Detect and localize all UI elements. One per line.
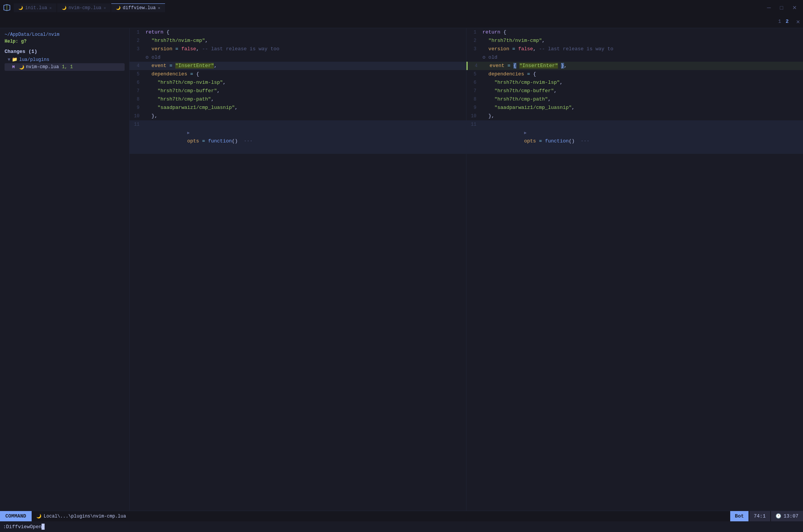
tab-diffview[interactable]: 🌙 diffview.lua ✕ [111,3,165,12]
status-time-value: 13:07 [784,513,798,519]
table-row: 8 "hrsh7th/cmp-path", [130,95,466,104]
lua-file-icon-3: 🌙 [116,6,120,10]
table-row: 10 }, [130,112,466,120]
tab-init-lua[interactable]: 🌙 init.lua ✕ [14,3,56,12]
command-line[interactable]: :DiffviewOpen [0,521,803,532]
tab-bar: 🌙 init.lua ✕ 🌙 nvim-cmp.lua ✕ 🌙 diffview… [14,3,165,12]
line-content: "hrsh7th/cmp-buffer", [481,87,803,95]
line-content: event = { "InsertEnter" }, [482,62,803,70]
status-file-path: Local\...\plugins\nvim-cmp.lua [44,514,126,519]
cmd-text: :DiffviewOpen [3,524,42,530]
status-file: 🌙 Local\...\plugins\nvim-cmp.lua [32,514,131,519]
right-code-lines: 1 return { 2 "hrsh7th/nvim-cmp", 3 versi… [466,28,803,154]
tab-diffview-label: diffview.lua [123,5,155,11]
tab-init-label: init.lua [25,5,47,11]
file-modified-badge: M [12,65,18,69]
right-code-scroll[interactable]: 1 return { 2 "hrsh7th/nvim-cmp", 3 versi… [466,28,803,511]
table-row: 4 event = { "InsertEnter" }, [466,62,803,70]
left-diff-pane: 1 return { 2 "hrsh7th/nvim-cmp", 3 versi… [130,28,466,511]
main-layout: ~/AppData/Local/nvim Help: g? Changes (1… [0,28,803,511]
sidebar-file-nums: 1, 1 [62,64,73,70]
fold-icon-right[interactable]: ▶ [524,131,527,135]
close-button[interactable]: ✕ [789,3,800,12]
table-row: 6 "hrsh7th/cmp-nvim-lsp", [466,78,803,87]
table-row: 11 ▶ opts = function() ··· [130,120,466,154]
line-number: 10 [130,112,144,120]
diff-close-icon[interactable]: ✕ [796,18,800,26]
line-content: "hrsh7th/cmp-buffer", [144,87,466,95]
table-row: 1 return { [466,28,803,37]
sidebar-file-row[interactable]: M 🌙 nvim-cmp.lua 1, 1 [5,63,125,71]
line-content: dependencies = { [481,70,803,78]
table-row: 9 "saadparwaiz1/cmp_luasnip", [130,104,466,112]
chevron-down-icon: ▼ [8,57,10,62]
status-bot-label: Bot [730,511,748,522]
table-row: 2 "hrsh7th/nvim-cmp", [130,37,466,45]
diff-tab-2[interactable]: 2 [786,19,789,24]
minimize-button[interactable]: ─ [764,3,774,12]
table-row: 9 "saadparwaiz1/cmp_luasnip", [466,104,803,112]
tab-nvim-cmp[interactable]: 🌙 nvim-cmp.lua ✕ [57,3,111,12]
line-number: 8 [130,95,144,104]
diff-tab-nums: 1 2 ✕ [778,18,800,26]
sidebar-file-name: nvim-cmp.lua [26,64,59,70]
line-content: ▶ opts = function() ··· [144,120,466,154]
table-row: 5 dependencies = { [130,70,466,78]
status-bar: COMMAND 🌙 Local\...\plugins\nvim-cmp.lua… [0,511,803,521]
line-number: 9 [466,104,481,112]
folder-icon: 📁 [12,57,18,62]
line-number: 4 [130,62,144,70]
line-content: "saadparwaiz1/cmp_luasnip", [481,104,803,112]
help-cmd: g? [21,39,26,44]
status-left: COMMAND 🌙 Local\...\plugins\nvim-cmp.lua [0,511,131,522]
line-number: 4 [468,62,482,70]
table-row: o old [466,53,803,62]
table-row: 2 "hrsh7th/nvim-cmp", [466,37,803,45]
line-content: }, [481,112,803,120]
line-number: 5 [466,70,481,78]
fold-icon[interactable]: ▶ [187,131,190,135]
status-file-icon: 🌙 [36,514,42,519]
table-row: 7 "hrsh7th/cmp-buffer", [130,87,466,95]
status-position: 74:1 [749,511,770,522]
lua-file-icon-2: 🌙 [62,6,66,10]
maximize-button[interactable]: □ [777,3,786,12]
sidebar-help: Help: g? [0,38,129,47]
left-code-scroll[interactable]: 1 return { 2 "hrsh7th/nvim-cmp", 3 versi… [130,28,466,511]
table-row: 6 "hrsh7th/cmp-nvim-lsp", [130,78,466,87]
tab-init-close[interactable]: ✕ [50,6,52,10]
line-content: ▶ opts = function() ··· [481,120,803,154]
diff-area: 1 return { 2 "hrsh7th/nvim-cmp", 3 versi… [130,28,803,511]
line-number: 6 [130,78,144,87]
changes-title: Changes (1) [5,49,125,54]
diff-tab-bar: 1 2 ✕ [0,15,803,28]
line-content: version = false, -- last release is way … [481,45,803,53]
tab-nvim-cmp-close[interactable]: ✕ [104,6,106,10]
line-content: "hrsh7th/nvim-cmp", [481,37,803,45]
right-diff-pane: 1 return { 2 "hrsh7th/nvim-cmp", 3 versi… [466,28,803,511]
status-time: 🕐 13:07 [771,511,803,522]
line-content: event = "InsertEnter", [144,62,466,70]
line-content: "saadparwaiz1/cmp_luasnip", [144,104,466,112]
title-bar-left: 🌙 init.lua ✕ 🌙 nvim-cmp.lua ✕ 🌙 diffview… [3,3,165,12]
line-content: "hrsh7th/cmp-path", [481,95,803,104]
left-code-lines: 1 return { 2 "hrsh7th/nvim-cmp", 3 versi… [130,28,466,154]
line-content: return { [481,28,803,37]
line-content: dependencies = { [144,70,466,78]
line-number: 6 [466,78,481,87]
sidebar-path: ~/AppData/Local/nvim [0,31,129,38]
tab-nvim-cmp-label: nvim-cmp.lua [69,5,101,11]
line-number: 11 [130,120,144,129]
line-content: "hrsh7th/cmp-path", [144,95,466,104]
table-row: 1 return { [130,28,466,37]
line-content: o old [144,53,466,62]
line-number: 5 [130,70,144,78]
line-number: 1 [466,28,481,37]
line-content: "hrsh7th/cmp-nvim-lsp", [481,78,803,87]
line-number: 7 [466,87,481,95]
line-content: }, [144,112,466,120]
line-content: version = false, -- last release is way … [144,45,466,53]
tab-diffview-close[interactable]: ✕ [158,6,160,10]
diff-tab-1[interactable]: 1 [778,19,781,24]
sidebar: ~/AppData/Local/nvim Help: g? Changes (1… [0,28,130,511]
